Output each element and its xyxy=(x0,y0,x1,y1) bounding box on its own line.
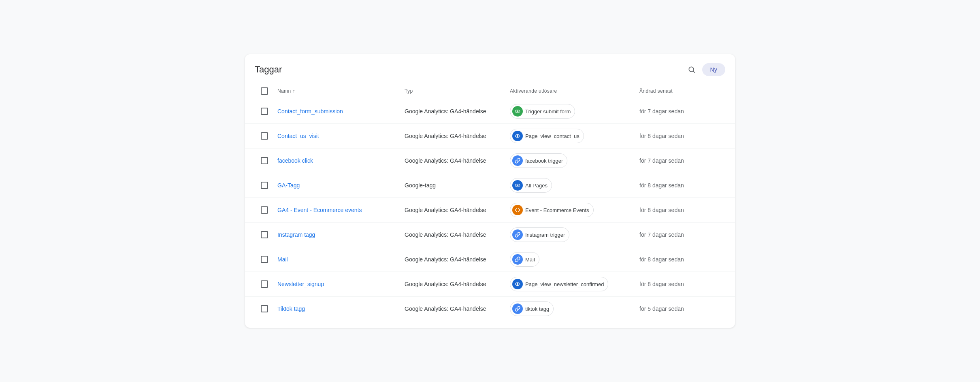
row-date-cell: för 7 dagar sedan xyxy=(636,153,725,169)
trigger-badge[interactable]: Instagram trigger xyxy=(510,227,569,242)
row-checkbox[interactable] xyxy=(261,256,268,263)
row-checkbox-cell xyxy=(255,152,274,169)
search-button[interactable] xyxy=(684,62,699,77)
trigger-icon xyxy=(512,229,523,240)
trigger-label: Instagram trigger xyxy=(525,232,565,238)
svg-point-7 xyxy=(517,136,518,136)
th-modified: Ändrad senast xyxy=(636,84,725,98)
trigger-label: facebook trigger xyxy=(525,158,563,164)
tag-name-link[interactable]: Mail xyxy=(277,256,288,263)
table-row: facebook click Google Analytics: GA4-hän… xyxy=(245,149,735,173)
svg-point-10 xyxy=(517,185,518,186)
trigger-badge[interactable]: Page_view_newsletter_confirmed xyxy=(510,277,608,291)
row-checkbox[interactable] xyxy=(261,305,268,312)
row-type-cell: Google Analytics: GA4-händelse xyxy=(401,153,507,169)
trigger-icon xyxy=(512,106,523,117)
trigger-icon xyxy=(512,155,523,166)
row-trigger-cell: tiktok tagg xyxy=(507,297,636,321)
row-checkbox[interactable] xyxy=(261,157,268,164)
row-date-cell: för 8 dagar sedan xyxy=(636,128,725,144)
row-name-cell: GA4 - Event - Ecommerce events xyxy=(274,202,401,218)
row-checkbox[interactable] xyxy=(261,206,268,214)
table-row: Newsletter_signup Google Analytics: GA4-… xyxy=(245,272,735,297)
row-checkbox[interactable] xyxy=(261,132,268,140)
row-type-cell: Google Analytics: GA4-händelse xyxy=(401,128,507,144)
row-date-cell: för 7 dagar sedan xyxy=(636,103,725,119)
table-header-row: Namn ↑ Typ Aktiverande utlösare Ändrad s… xyxy=(245,83,735,99)
tag-name-link[interactable]: Newsletter_signup xyxy=(277,281,324,287)
row-checkbox-cell xyxy=(255,202,274,219)
row-checkbox[interactable] xyxy=(261,280,268,288)
trigger-icon xyxy=(512,131,523,141)
row-name-cell: Instagram tagg xyxy=(274,227,401,243)
tag-name-link[interactable]: Contact_form_submission xyxy=(277,108,343,115)
trigger-label: Event - Ecommerce Events xyxy=(525,207,589,213)
trigger-badge[interactable]: Event - Ecommerce Events xyxy=(510,203,594,217)
trigger-icon xyxy=(512,303,523,314)
row-trigger-cell: Trigger submit form xyxy=(507,99,636,123)
row-trigger-cell: Page_view_newsletter_confirmed xyxy=(507,272,636,296)
svg-point-0 xyxy=(689,67,694,72)
row-date-cell: för 8 dagar sedan xyxy=(636,251,725,267)
row-checkbox[interactable] xyxy=(261,108,268,115)
row-checkbox[interactable] xyxy=(261,182,268,189)
row-name-cell: GA-Tagg xyxy=(274,177,401,193)
trigger-label: All Pages xyxy=(525,183,548,189)
row-checkbox-cell xyxy=(255,103,274,120)
trigger-badge[interactable]: All Pages xyxy=(510,178,552,193)
row-date-cell: för 5 dagar sedan xyxy=(636,301,725,317)
trigger-icon xyxy=(512,279,523,289)
svg-point-4 xyxy=(517,111,518,112)
tag-name-link[interactable]: Contact_us_visit xyxy=(277,133,319,139)
th-checkbox xyxy=(255,83,274,99)
svg-point-13 xyxy=(517,284,518,284)
row-trigger-cell: Instagram trigger xyxy=(507,223,636,247)
row-checkbox[interactable] xyxy=(261,231,268,238)
tag-name-link[interactable]: Tiktok tagg xyxy=(277,306,305,312)
trigger-icon xyxy=(512,254,523,265)
row-type-cell: Google Analytics: GA4-händelse xyxy=(401,276,507,292)
header-actions: Ny xyxy=(684,62,725,77)
tag-name-link[interactable]: GA-Tagg xyxy=(277,182,300,189)
row-name-cell: Mail xyxy=(274,251,401,267)
trigger-badge[interactable]: tiktok tagg xyxy=(510,301,554,316)
row-type-cell: Google Analytics: GA4-händelse xyxy=(401,227,507,243)
trigger-badge[interactable]: facebook trigger xyxy=(510,153,567,168)
tag-name-link[interactable]: Instagram tagg xyxy=(277,231,315,238)
trigger-badge[interactable]: Page_view_contact_us xyxy=(510,129,584,143)
tag-name-link[interactable]: GA4 - Event - Ecommerce events xyxy=(277,207,362,213)
tags-container: Taggar Ny Namn ↑ Typ Aktiverande utlösar… xyxy=(245,54,735,328)
svg-line-1 xyxy=(693,71,695,73)
trigger-badge[interactable]: Trigger submit form xyxy=(510,104,575,119)
row-date-cell: för 7 dagar sedan xyxy=(636,227,725,243)
row-name-cell: Tiktok tagg xyxy=(274,301,401,317)
table-row: Instagram tagg Google Analytics: GA4-hän… xyxy=(245,223,735,247)
new-button[interactable]: Ny xyxy=(702,63,725,76)
trigger-badge[interactable]: Mail xyxy=(510,252,539,267)
row-trigger-cell: Event - Ecommerce Events xyxy=(507,198,636,222)
row-trigger-cell: All Pages xyxy=(507,173,636,197)
row-name-cell: facebook click xyxy=(274,153,401,169)
table-row: GA4 - Event - Ecommerce events Google An… xyxy=(245,198,735,223)
table-row: GA-Tagg Google-tagg All Pages för 8 daga… xyxy=(245,173,735,198)
row-date-cell: för 8 dagar sedan xyxy=(636,276,725,292)
row-trigger-cell: Mail xyxy=(507,247,636,272)
row-name-cell: Contact_form_submission xyxy=(274,103,401,119)
table-row: Contact_us_visit Google Analytics: GA4-h… xyxy=(245,124,735,149)
trigger-icon xyxy=(512,205,523,215)
trigger-label: Page_view_newsletter_confirmed xyxy=(525,281,604,287)
row-type-cell: Google Analytics: GA4-händelse xyxy=(401,202,507,218)
trigger-label: Trigger submit form xyxy=(525,108,571,115)
row-checkbox-cell xyxy=(255,127,274,144)
select-all-checkbox[interactable] xyxy=(261,87,268,95)
row-type-cell: Google Analytics: GA4-händelse xyxy=(401,251,507,267)
trigger-label: Page_view_contact_us xyxy=(525,133,579,139)
row-trigger-cell: Page_view_contact_us xyxy=(507,124,636,148)
row-checkbox-cell xyxy=(255,177,274,194)
tag-name-link[interactable]: facebook click xyxy=(277,157,313,164)
row-trigger-cell: facebook trigger xyxy=(507,149,636,173)
th-name[interactable]: Namn ↑ xyxy=(274,84,401,98)
row-date-cell: för 8 dagar sedan xyxy=(636,177,725,193)
row-date-cell: för 8 dagar sedan xyxy=(636,202,725,218)
th-type: Typ xyxy=(401,84,507,98)
